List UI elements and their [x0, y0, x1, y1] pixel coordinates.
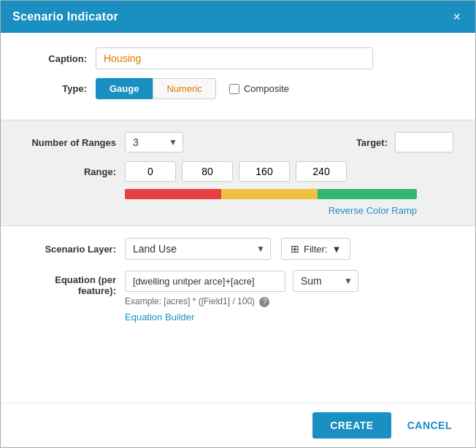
gauge-button[interactable]: Gauge: [96, 78, 153, 99]
filter-label: Filter:: [304, 244, 328, 255]
close-button[interactable]: ×: [450, 9, 464, 25]
filter-arrow-icon: ▼: [332, 244, 342, 255]
bottom-section: Scenario Layer: Land Use ▼ ⊞ Filter: ▼ E…: [1, 226, 475, 403]
type-buttons: Gauge Numeric Composite: [96, 78, 289, 99]
help-icon[interactable]: ?: [259, 297, 269, 307]
sum-select[interactable]: Sum Average Count: [293, 270, 358, 292]
target-input[interactable]: [395, 132, 453, 152]
sum-select-wrapper: Sum Average Count ▼: [293, 270, 358, 292]
scenario-layer-row: Scenario Layer: Land Use ▼ ⊞ Filter: ▼: [23, 238, 453, 260]
range-label: Range:: [23, 166, 125, 177]
example-text: Example: [acres] * ([Field1] / 100) ?: [125, 296, 453, 307]
range-input-2[interactable]: [239, 161, 290, 182]
ranges-select[interactable]: 3 4 5: [125, 132, 183, 152]
composite-label[interactable]: Composite: [229, 83, 289, 94]
target-label: Target:: [356, 137, 388, 148]
numeric-button[interactable]: Numeric: [153, 78, 215, 99]
type-row: Type: Gauge Numeric Composite: [23, 78, 453, 99]
range-input-0[interactable]: [125, 161, 176, 182]
ranges-select-wrapper: 3 4 5 ▼: [125, 132, 183, 152]
range-input-1[interactable]: [182, 161, 233, 182]
dialog-title: Scenario Indicator: [12, 10, 118, 23]
dialog-header: Scenario Indicator ×: [1, 1, 475, 33]
range-input-3[interactable]: [296, 161, 347, 182]
caption-label: Caption:: [23, 53, 96, 64]
filter-layers-icon: ⊞: [291, 243, 299, 255]
range-inputs: [125, 161, 347, 182]
reverse-color-ramp-container: Reverse Color Ramp: [125, 204, 417, 217]
equation-input-row: Sum Average Count ▼: [125, 270, 453, 292]
color-ramp-bar: [125, 189, 417, 199]
ranges-row: Number of Ranges 3 4 5 ▼ Target:: [23, 132, 453, 152]
filter-button[interactable]: ⊞ Filter: ▼: [281, 238, 350, 260]
equation-label: Equation (per feature):: [23, 270, 125, 296]
type-label: Type:: [23, 83, 96, 94]
scenario-layer-label: Scenario Layer:: [23, 244, 125, 255]
equation-input[interactable]: [125, 271, 285, 292]
cancel-button[interactable]: CANCEL: [399, 412, 461, 439]
color-ramp-section: Reverse Color Ramp: [23, 189, 453, 217]
target-group: Target:: [356, 132, 453, 152]
layer-select[interactable]: Land Use: [125, 238, 271, 260]
equation-builder-link[interactable]: Equation Builder: [125, 312, 194, 323]
middle-section: Number of Ranges 3 4 5 ▼ Target: Range:: [1, 120, 475, 226]
reverse-color-ramp-link[interactable]: Reverse Color Ramp: [329, 205, 417, 216]
scenario-indicator-dialog: Scenario Indicator × Caption: Type: Gaug…: [0, 0, 476, 448]
composite-text: Composite: [244, 83, 289, 94]
example-text-content: Example: [acres] * ([Field1] / 100): [125, 296, 255, 306]
caption-row: Caption:: [23, 47, 453, 69]
caption-input[interactable]: [96, 47, 373, 69]
create-button[interactable]: CREATE: [312, 412, 391, 439]
equation-right: Sum Average Count ▼ Example: [acres] * (…: [125, 270, 453, 323]
equation-row: Equation (per feature): Sum Average Coun…: [23, 270, 453, 323]
composite-checkbox[interactable]: [229, 84, 239, 94]
range-row: Range:: [23, 161, 453, 182]
dialog-footer: CREATE CANCEL: [1, 403, 475, 447]
top-section: Caption: Type: Gauge Numeric Composite: [1, 33, 475, 120]
num-ranges-label: Number of Ranges: [23, 137, 125, 148]
layer-select-wrapper: Land Use ▼: [125, 238, 271, 260]
dialog-body: Caption: Type: Gauge Numeric Composite N…: [1, 33, 475, 403]
